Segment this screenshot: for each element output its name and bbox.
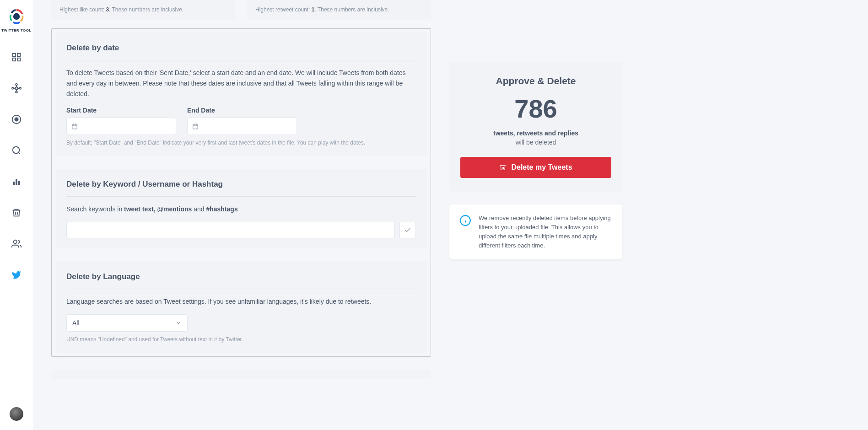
nav xyxy=(0,48,33,284)
left-column: Highest like count: 3. These numbers are… xyxy=(51,0,431,379)
retweet-count-card: Highest retweet count: 1. These numbers … xyxy=(247,0,431,20)
keyword-confirm-button[interactable] xyxy=(399,222,416,238)
start-date-label: Start Date xyxy=(66,107,176,114)
dashboard-icon xyxy=(11,52,22,62)
keyword-desc: Search keywords in tweet text, @mentions… xyxy=(66,204,416,215)
svg-point-16 xyxy=(13,147,20,154)
keyword-input[interactable] xyxy=(66,222,395,238)
delete-tweets-button[interactable]: Delete my Tweets xyxy=(460,157,611,178)
nav-search[interactable] xyxy=(7,141,26,160)
nav-network[interactable] xyxy=(7,79,26,97)
search-icon xyxy=(11,145,22,156)
language-helper: UND means "Undefined" and used for Tweet… xyxy=(66,336,416,343)
nav-users[interactable] xyxy=(7,235,26,253)
svg-rect-20 xyxy=(18,181,20,185)
keyword-desc-b2: #hashtags xyxy=(206,205,237,213)
retweet-suffix: . These numbers are inclusive. xyxy=(314,6,389,13)
keyword-title: Delete by Keyword / Username or Hashtag xyxy=(66,180,416,197)
svg-point-0 xyxy=(13,13,20,20)
main: Highest like count: 3. These numbers are… xyxy=(33,0,868,430)
twitter-icon xyxy=(11,270,22,280)
nav-trash[interactable] xyxy=(7,204,26,222)
svg-rect-19 xyxy=(16,179,17,185)
chart-icon xyxy=(11,177,22,187)
svg-rect-3 xyxy=(13,58,16,61)
like-count-card: Highest like count: 3. These numbers are… xyxy=(51,0,235,20)
language-select[interactable]: All xyxy=(66,314,188,332)
nav-record[interactable] xyxy=(7,110,26,129)
next-card-placeholder xyxy=(51,370,431,379)
nav-analytics[interactable] xyxy=(7,172,26,191)
svg-rect-2 xyxy=(17,54,20,56)
svg-point-9 xyxy=(12,87,14,89)
keyword-desc-prefix: Search keywords in xyxy=(66,205,124,213)
svg-point-5 xyxy=(15,87,18,90)
right-column: Approve & Delete 786 tweets, retweets an… xyxy=(449,0,622,259)
approve-count: 786 xyxy=(460,95,611,123)
network-icon xyxy=(11,83,22,93)
trash-icon xyxy=(11,208,22,218)
filter-group: Delete by date To delete Tweets based on… xyxy=(51,28,431,357)
language-desc: Language searches are based on Tweet set… xyxy=(66,296,416,307)
users-icon xyxy=(11,239,22,249)
keyword-desc-b1: tweet text, @mentions xyxy=(124,205,192,213)
date-title: Delete by date xyxy=(66,43,416,60)
svg-rect-22 xyxy=(72,124,77,129)
calendar-icon xyxy=(71,123,78,129)
approve-sub2: will be deleted xyxy=(460,139,611,146)
delete-button-label: Delete my Tweets xyxy=(511,163,572,172)
end-date-label: End Date xyxy=(187,107,297,114)
sidebar: TWITTER TOOL xyxy=(0,0,33,430)
svg-point-15 xyxy=(14,117,18,121)
svg-point-8 xyxy=(16,91,17,93)
end-date-input[interactable] xyxy=(187,118,297,135)
end-date-group: End Date xyxy=(187,107,297,135)
approve-sub1: tweets, retweets and replies xyxy=(460,129,611,137)
record-icon xyxy=(11,114,22,124)
svg-rect-26 xyxy=(193,124,198,129)
date-helper: By default; "Start Date" and "End Date" … xyxy=(66,140,416,146)
logo-block: TWITTER TOOL xyxy=(1,8,32,32)
check-icon xyxy=(404,226,411,234)
delete-by-keyword-card: Delete by Keyword / Username or Hashtag … xyxy=(55,169,427,248)
nav-twitter[interactable] xyxy=(7,266,26,284)
svg-rect-18 xyxy=(13,182,15,185)
brand-text: TWITTER TOOL xyxy=(1,28,32,32)
avatar[interactable] xyxy=(10,407,23,421)
delete-by-language-card: Delete by Language Language searches are… xyxy=(55,261,427,353)
chevron-down-icon xyxy=(175,320,182,326)
retweet-prefix: Highest retweet count: xyxy=(255,6,312,13)
like-prefix: Highest like count: xyxy=(59,6,106,13)
nav-dashboard[interactable] xyxy=(7,48,26,66)
svg-rect-1 xyxy=(13,54,16,56)
info-panel: We remove recently deleted items before … xyxy=(449,204,622,260)
date-desc: To delete Tweets based on their 'Sent Da… xyxy=(66,68,416,99)
approve-title: Approve & Delete xyxy=(460,75,611,86)
info-icon xyxy=(459,215,471,226)
calendar-icon xyxy=(192,123,199,129)
svg-rect-4 xyxy=(17,58,20,61)
svg-point-21 xyxy=(14,240,17,243)
delete-by-date-card: Delete by date To delete Tweets based on… xyxy=(55,32,427,156)
start-date-group: Start Date xyxy=(66,107,176,135)
trash-icon xyxy=(499,164,507,171)
info-text: We remove recently deleted items before … xyxy=(479,214,612,251)
logo-icon xyxy=(8,8,25,25)
svg-point-7 xyxy=(19,87,21,89)
svg-line-17 xyxy=(18,152,20,154)
approve-panel: Approve & Delete 786 tweets, retweets an… xyxy=(449,62,622,192)
start-date-input[interactable] xyxy=(66,118,176,135)
like-suffix: . These numbers are inclusive. xyxy=(109,6,183,13)
language-selected: All xyxy=(72,319,80,327)
keyword-desc-mid: and xyxy=(192,205,206,213)
language-title: Delete by Language xyxy=(66,272,416,289)
svg-point-6 xyxy=(16,84,17,86)
